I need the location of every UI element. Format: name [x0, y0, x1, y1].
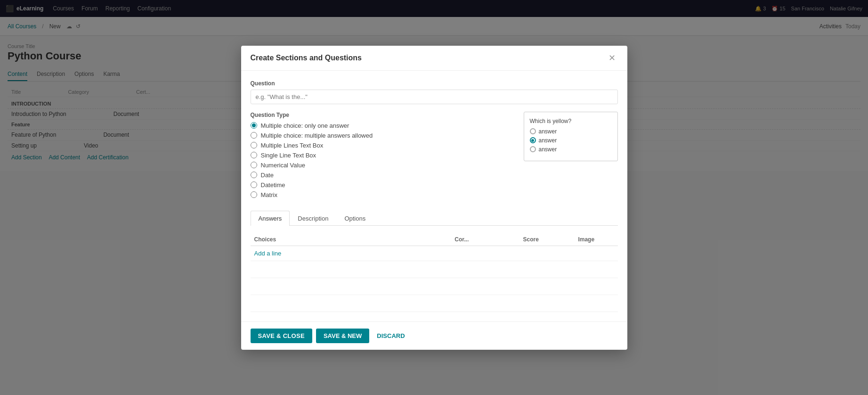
col-score-header: Score	[503, 236, 559, 243]
preview-box: Which is yellow? answer answer answer	[524, 112, 618, 161]
add-line-label[interactable]: Add a line	[254, 250, 282, 257]
type-singleline-text[interactable]: Single Line Text Box	[251, 152, 514, 159]
add-line-row[interactable]: Add a line	[251, 246, 618, 261]
modal-header: Create Sections and Questions ✕	[241, 46, 627, 71]
save-close-button[interactable]: SAVE & CLOSE	[251, 329, 312, 343]
modal-overlay: Create Sections and Questions ✕ Question…	[0, 0, 868, 395]
empty-row-1	[251, 261, 618, 278]
col-choices-header: Choices	[254, 236, 421, 243]
modal-footer: SAVE & CLOSE SAVE & NEW DISCARD	[241, 321, 627, 350]
question-type-label: Question Type	[251, 112, 514, 118]
type-multiple-choice[interactable]: Multiple choice: multiple answers allowe…	[251, 132, 514, 139]
preview-answer-3: answer	[530, 146, 612, 153]
radio-multiline[interactable]	[251, 142, 257, 148]
type-numerical-label: Numerical Value	[261, 162, 305, 169]
radio-numerical[interactable]	[251, 162, 257, 168]
preview-answer-label-3: answer	[539, 146, 557, 153]
preview-radio-3	[530, 146, 536, 152]
type-matrix-label: Matrix	[261, 191, 277, 198]
tab-answers[interactable]: Answers	[251, 211, 290, 226]
answers-table-header: Choices Cor... Score Image	[251, 233, 618, 246]
radio-singleline[interactable]	[251, 152, 257, 158]
type-numerical[interactable]: Numerical Value	[251, 162, 514, 169]
radio-single[interactable]	[251, 122, 257, 129]
type-datetime[interactable]: Datetime	[251, 181, 514, 189]
preview-answer-1: answer	[530, 128, 612, 135]
question-input[interactable]	[251, 90, 618, 104]
empty-row-2	[251, 278, 618, 295]
preview-radio-1	[530, 128, 536, 134]
discard-button[interactable]: DISCARD	[373, 329, 408, 343]
modal-close-button[interactable]: ✕	[607, 52, 618, 64]
answers-table: Choices Cor... Score Image Add a line	[251, 233, 618, 312]
tab-options[interactable]: Options	[336, 211, 373, 226]
type-singleline-label: Single Line Text Box	[261, 152, 316, 159]
type-date-label: Date	[261, 172, 274, 179]
question-type-row: Question Type Multiple choice: only one …	[251, 112, 618, 201]
modal-title: Create Sections and Questions	[251, 54, 362, 62]
radio-matrix[interactable]	[251, 191, 257, 198]
preview-answer-label-1: answer	[539, 128, 557, 135]
modal-dialog: Create Sections and Questions ✕ Question…	[241, 46, 627, 350]
col-correct-header: Cor...	[420, 236, 503, 243]
col-image-header: Image	[559, 236, 614, 243]
type-multiline-label: Multiple Lines Text Box	[261, 142, 324, 149]
type-multiline-text[interactable]: Multiple Lines Text Box	[251, 142, 514, 149]
question-field-label: Question	[251, 80, 618, 87]
type-single-choice[interactable]: Multiple choice: only one answer	[251, 122, 514, 129]
save-new-button[interactable]: SAVE & NEW	[316, 329, 369, 343]
question-type-section: Question Type Multiple choice: only one …	[251, 112, 514, 201]
type-matrix[interactable]: Matrix	[251, 191, 514, 198]
type-date[interactable]: Date	[251, 172, 514, 179]
radio-multiple[interactable]	[251, 132, 257, 139]
preview-answer-label-2: answer	[539, 137, 557, 144]
radio-datetime[interactable]	[251, 181, 257, 188]
type-multiple-label: Multiple choice: multiple answers allowe…	[261, 132, 373, 139]
empty-row-3	[251, 295, 618, 312]
preview-radio-2	[530, 137, 536, 143]
modal-body: Question Question Type Multiple choice: …	[241, 71, 627, 321]
tab-description[interactable]: Description	[290, 211, 336, 226]
modal-tabs-bar: Answers Description Options	[251, 211, 618, 226]
type-single-label: Multiple choice: only one answer	[261, 122, 349, 129]
radio-date[interactable]	[251, 172, 257, 178]
preview-question: Which is yellow?	[530, 118, 612, 124]
preview-answer-2: answer	[530, 137, 612, 144]
type-datetime-label: Datetime	[261, 181, 285, 189]
